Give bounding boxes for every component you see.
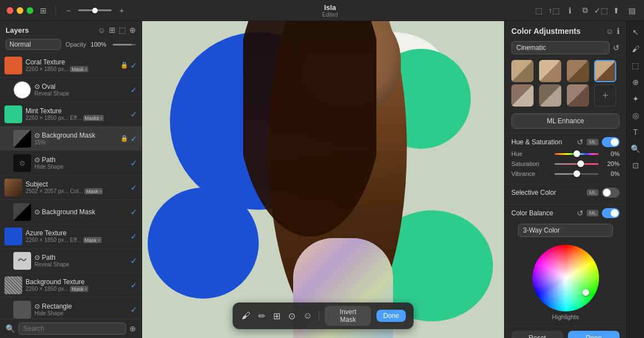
layers-group-icon[interactable]: ⬚	[119, 26, 126, 34]
smile-icon[interactable]: ☺	[302, 310, 313, 322]
layer-sub: Hide Shape	[34, 164, 127, 170]
share-icon[interactable]: ⬚	[533, 5, 544, 16]
cursor-tool[interactable]: ↖	[629, 26, 642, 39]
upload-icon[interactable]: ⬆	[611, 5, 622, 16]
layers-info-icon[interactable]: ⊕	[129, 324, 136, 333]
layer-item[interactable]: ⊙ ⊙ Path Hide Shape ✓	[0, 151, 142, 175]
opacity-slider[interactable]	[113, 44, 136, 46]
layer-item-background-mask-2[interactable]: ⊙ Background Mask ✓	[0, 200, 142, 224]
adj-add-icon[interactable]: ☺	[606, 27, 613, 36]
reset-button[interactable]: Reset	[511, 331, 564, 338]
add-preset-button[interactable]: +	[594, 84, 616, 107]
check-icon[interactable]: ✓	[130, 85, 137, 94]
layers-add-icon[interactable]: ⊞	[109, 26, 115, 34]
done-button[interactable]: Done	[376, 310, 406, 322]
vibrance-label: Vibrance	[511, 170, 550, 177]
preset-reset-icon[interactable]: ↺	[613, 43, 620, 52]
zoom-tool[interactable]: 🔍	[629, 142, 642, 155]
heal-tool[interactable]: ✦	[629, 92, 642, 105]
crop-tool[interactable]: ⊡	[629, 159, 642, 172]
check-icon[interactable]: ✓	[130, 208, 137, 216]
check-icon[interactable]: ✓	[130, 305, 137, 314]
layer-item[interactable]: Subject 2502 × 2057 px... Col... Mask › …	[0, 175, 142, 200]
saturation-value: 20%	[603, 160, 620, 167]
export-icon[interactable]: ↑⬚	[549, 5, 560, 16]
layer-item[interactable]: ⊙ Path Reveal Shape ✓	[0, 249, 142, 273]
check-icon[interactable]: ✓	[130, 110, 137, 119]
saturation-track[interactable]	[555, 163, 598, 165]
sidebar-toggle-icon[interactable]: ⊞	[38, 5, 49, 16]
hue-thumb[interactable]	[573, 150, 580, 157]
three-way-select[interactable]: 3-Way Color	[518, 224, 613, 237]
done-button[interactable]: Done	[568, 331, 620, 338]
preset-thumb-4[interactable]	[594, 60, 616, 82]
layer-name: Coral Texture	[26, 58, 117, 66]
color-wheel[interactable]	[532, 245, 599, 311]
invert-mask-button[interactable]: Invert Mask	[325, 306, 371, 326]
color-wheel-dot[interactable]	[582, 289, 589, 296]
zoom-out-icon[interactable]: −	[63, 5, 74, 16]
brush-icon[interactable]: 🖌	[240, 310, 251, 322]
info-icon[interactable]: ℹ	[564, 5, 575, 16]
blend-mode-select[interactable]: Normal	[6, 39, 61, 50]
color-balance-toggle[interactable]	[602, 208, 620, 218]
close-button[interactable]	[7, 7, 13, 14]
window-title-group: Isla Edited	[132, 3, 529, 18]
vibrance-thumb[interactable]	[573, 170, 580, 177]
clone-tool[interactable]: ⊕	[629, 75, 642, 89]
canvas-toolbar: 🖌 ✏ ⊞ ⊙ ☺ Invert Mask Done	[233, 302, 414, 329]
check-icon[interactable]: ✓	[130, 281, 137, 290]
preset-thumb-1[interactable]	[511, 60, 534, 82]
ml-enhance-button[interactable]: ML Enhance	[511, 113, 620, 129]
layer-item-background-mask-1[interactable]: ⊙ Background Mask 15% 🔒 ✓	[0, 127, 142, 151]
zoom-slider[interactable]	[78, 9, 112, 11]
check-icon[interactable]: ✓	[130, 256, 137, 265]
search-input[interactable]	[18, 322, 126, 335]
saturation-thumb[interactable]	[577, 160, 584, 167]
layer-sub: 15%	[34, 139, 117, 145]
check-icon[interactable]: ✓⬚	[595, 5, 606, 16]
layer-item[interactable]: Mint Texture 2260 × 1850 px... Eff... Ma…	[0, 102, 142, 127]
adjust-tool[interactable]: ◎	[629, 109, 642, 122]
vibrance-track[interactable]	[555, 173, 598, 175]
preset-thumb-2[interactable]	[539, 60, 561, 82]
text-tool[interactable]: T	[629, 125, 642, 139]
paint-tool[interactable]: 🖌	[629, 42, 642, 56]
layer-thumbnail	[4, 276, 22, 294]
layer-item[interactable]: Azure Texture 2260 × 1850 px... Eff... M…	[0, 224, 142, 249]
preset-thumb-3[interactable]	[567, 60, 589, 82]
reset-icon[interactable]: ↺	[577, 209, 583, 218]
check-icon[interactable]: ✓	[130, 61, 137, 70]
select-tool[interactable]: ⬚	[629, 59, 642, 72]
arrange-icon[interactable]: ⧉	[580, 5, 591, 16]
preset-select[interactable]: Cinematic	[511, 41, 610, 54]
layers-icons: ☺ ⊞ ⬚ ⊕	[98, 26, 136, 34]
layer-item[interactable]: ⊙ Oval Reveal Shape ✓	[0, 78, 142, 102]
section-title: Selective Color	[511, 189, 556, 196]
minimize-button[interactable]	[17, 7, 23, 14]
layers-more-icon[interactable]: ⊕	[129, 26, 136, 34]
preset-thumb-7[interactable]	[567, 84, 589, 107]
check-icon[interactable]: ✓	[130, 232, 137, 241]
layer-item[interactable]: Background Texture 2260 × 1850 px... Mas…	[0, 273, 142, 297]
preset-thumb-5[interactable]	[511, 84, 534, 107]
adj-info-icon[interactable]: ℹ	[617, 27, 620, 36]
eraser-icon[interactable]: ✏	[257, 310, 266, 322]
fullscreen-button[interactable]	[27, 7, 33, 14]
hue-track[interactable]	[555, 153, 598, 155]
layer-item[interactable]: Coral Texture 2260 × 1850 px... Mask › 🔒…	[0, 53, 142, 78]
circle-icon[interactable]: ⊙	[287, 310, 296, 322]
selective-color-toggle[interactable]	[602, 188, 620, 198]
layers-menu-icon[interactable]: ☺	[98, 26, 105, 34]
hue-saturation-toggle[interactable]	[602, 137, 620, 147]
check-icon[interactable]: ✓	[130, 183, 137, 192]
reset-icon[interactable]: ↺	[577, 138, 583, 147]
preset-thumb-6[interactable]	[539, 84, 561, 107]
check-icon[interactable]: ✓	[130, 159, 137, 168]
check-icon[interactable]: ✓	[130, 134, 137, 143]
panel-toggle-icon[interactable]: ▤	[626, 5, 637, 16]
layer-item[interactable]: ⊙ Rectangle Hide Shape ✓	[0, 297, 142, 319]
layer-right: 🔒 ✓	[120, 61, 137, 70]
mask-icon[interactable]: ⊞	[272, 310, 281, 322]
zoom-in-icon[interactable]: +	[116, 5, 127, 16]
